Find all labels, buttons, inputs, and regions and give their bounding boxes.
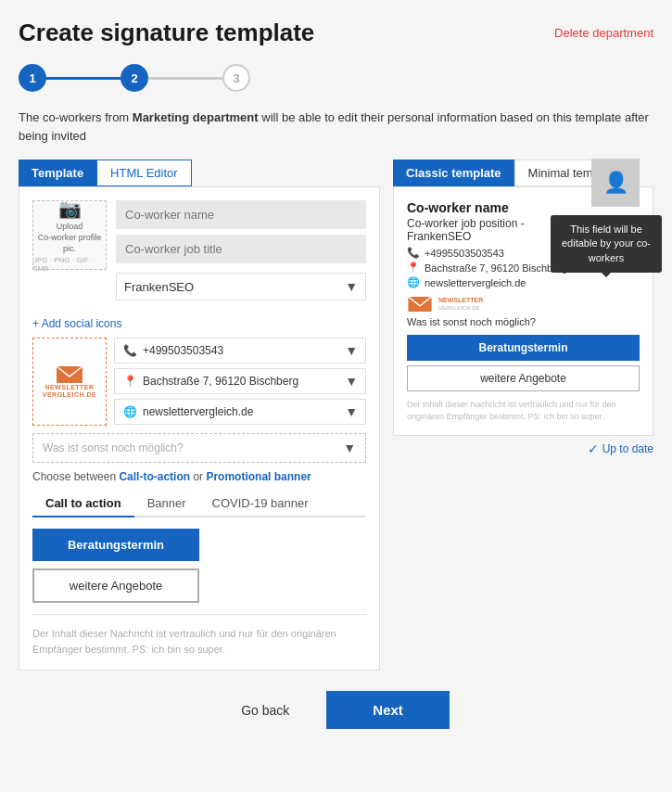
go-back-button[interactable]: Go back bbox=[222, 694, 308, 727]
website-edit-btn[interactable]: ▼ bbox=[345, 404, 358, 419]
tagline-text: Was ist sonst noch möglich? bbox=[43, 441, 337, 454]
check-icon: ✓ bbox=[588, 441, 599, 456]
upload-icon: 📷 bbox=[58, 198, 82, 220]
sub-tab-banner[interactable]: Banner bbox=[134, 491, 199, 517]
main-area: Template HTML Editor 📷 UploadCo-worker p… bbox=[19, 160, 653, 671]
preview-nl-row: NEWSLETTERVERGLEICH.DE bbox=[407, 296, 640, 313]
address-row: 📍 Bachstraße 7, 96120 Bischberg ▼ bbox=[114, 368, 366, 394]
newsletter-logo-box[interactable]: NEWSLETTERVERGLEICH.DE bbox=[32, 338, 107, 426]
footer-bar: Go back Next bbox=[19, 691, 653, 738]
divider bbox=[32, 614, 366, 615]
cta-info-cta: Call-to-action bbox=[119, 470, 190, 483]
company-row: FrankenSEO ▼ bbox=[116, 273, 366, 300]
tagline-edit-btn[interactable]: ▼ bbox=[343, 441, 356, 455]
company-name: FrankenSEO bbox=[124, 280, 345, 294]
address-icon: 📍 bbox=[122, 375, 137, 388]
left-panel: Template HTML Editor 📷 UploadCo-worker p… bbox=[19, 160, 380, 671]
editor-card: 📷 UploadCo-worker profile pic. JPG · PNG… bbox=[19, 186, 380, 671]
left-tab-bar: Template HTML Editor bbox=[19, 160, 380, 186]
description-prefix: The co-workers from bbox=[19, 110, 133, 124]
tab-template[interactable]: Template bbox=[19, 160, 96, 186]
newsletter-logo: NEWSLETTERVERGLEICH.DE bbox=[43, 365, 97, 398]
sub-tab-covid[interactable]: COVID-19 banner bbox=[199, 491, 322, 517]
preview-phone-icon: 📞 bbox=[407, 247, 420, 259]
upload-box[interactable]: 📷 UploadCo-worker profile pic. JPG · PNG… bbox=[32, 200, 107, 270]
phone-value: +499503503543 bbox=[143, 344, 339, 357]
preview-website-icon: 🌐 bbox=[407, 276, 420, 288]
preview-envelope-icon bbox=[407, 296, 433, 313]
envelope-icon bbox=[56, 365, 83, 384]
sub-tab-bar: Call to action Banner COVID-19 banner bbox=[32, 491, 366, 517]
website-value: newslettervergleich.de bbox=[143, 405, 339, 418]
avatar-icon: 👤 bbox=[603, 171, 628, 195]
phone-edit-btn[interactable]: ▼ bbox=[345, 343, 358, 358]
step-1[interactable]: 1 bbox=[19, 64, 46, 92]
step-2[interactable]: 2 bbox=[120, 64, 148, 92]
department-name: Marketing department bbox=[133, 110, 259, 124]
step-line-1 bbox=[46, 77, 120, 80]
sub-tab-cta[interactable]: Call to action bbox=[32, 491, 134, 517]
preview-website: newslettervergleich.de bbox=[425, 277, 526, 288]
right-panel: Classic template Minimal template This f… bbox=[393, 160, 653, 456]
preview-address-icon: 📍 bbox=[407, 262, 420, 274]
company-edit-btn[interactable]: ▼ bbox=[345, 279, 358, 294]
header-row: Create signature template Delete departm… bbox=[19, 19, 653, 47]
preview-nl-text: NEWSLETTERVERGLEICH.DE bbox=[438, 297, 483, 311]
coworker-job-input[interactable] bbox=[116, 235, 366, 263]
tagline-row[interactable]: Was ist sonst noch möglich? ▼ bbox=[32, 433, 366, 463]
preview-disclaimer: Der Inhalt dieser Nachricht ist vertraul… bbox=[407, 399, 640, 422]
name-fields: FrankenSEO ▼ bbox=[116, 200, 366, 300]
coworker-name-input[interactable] bbox=[116, 200, 366, 229]
cta-info-prefix: Choose between bbox=[32, 470, 119, 483]
cta-info-banner: Promotional banner bbox=[206, 470, 311, 483]
phone-row: 📞 +499503503543 ▼ bbox=[114, 338, 366, 364]
website-icon: 🌐 bbox=[122, 405, 137, 418]
preview-tagline: Was ist sonst noch möglich? bbox=[407, 316, 640, 327]
cta-outline-btn[interactable]: weitere Angebote bbox=[32, 568, 199, 603]
step-line-2 bbox=[148, 77, 222, 80]
tooltip: This field will be editable by your co-w… bbox=[551, 215, 662, 273]
description: The co-workers from Marketing department… bbox=[19, 109, 653, 145]
page-wrapper: Create signature template Delete departm… bbox=[0, 0, 672, 792]
preview-avatar: 👤 bbox=[591, 159, 640, 207]
upload-row: 📷 UploadCo-worker profile pic. JPG · PNG… bbox=[32, 200, 366, 300]
disclaimer-text: Der Inhalt dieser Nachricht ist vertraul… bbox=[32, 626, 366, 657]
cta-info-middle: or bbox=[190, 470, 206, 483]
newsletter-contact-row: NEWSLETTERVERGLEICH.DE 📞 +499503503543 ▼… bbox=[32, 338, 366, 426]
phone-icon: 📞 bbox=[122, 344, 137, 357]
preview-card: This field will be editable by your co-w… bbox=[393, 186, 653, 436]
cta-info: Choose between Call-to-action or Promoti… bbox=[32, 470, 366, 483]
preview-blue-btn[interactable]: Beratungstermin bbox=[407, 335, 640, 361]
delete-department-link[interactable]: Delete department bbox=[554, 26, 653, 40]
contact-fields: 📞 +499503503543 ▼ 📍 Bachstraße 7, 96120 … bbox=[114, 338, 366, 425]
up-to-date: ✓ Up to date bbox=[393, 441, 653, 456]
cta-blue-btn[interactable]: Beratungstermin bbox=[32, 529, 199, 561]
preview-phone: +4995503503543 bbox=[425, 248, 504, 259]
newsletter-text: NEWSLETTERVERGLEICH.DE bbox=[43, 384, 97, 398]
website-row: 🌐 newslettervergleich.de ▼ bbox=[114, 399, 366, 425]
stepper: 1 2 3 bbox=[19, 64, 653, 92]
tab-html-editor[interactable]: HTML Editor bbox=[96, 160, 191, 186]
add-social-btn[interactable]: + Add social icons bbox=[32, 317, 121, 330]
preview-tab-classic[interactable]: Classic template bbox=[393, 160, 514, 186]
up-to-date-label: Up to date bbox=[602, 442, 653, 455]
address-edit-btn[interactable]: ▼ bbox=[345, 374, 358, 389]
preview-outline-btn[interactable]: weitere Angebote bbox=[407, 365, 640, 391]
step-3[interactable]: 3 bbox=[222, 64, 250, 92]
upload-label: UploadCo-worker profile pic. bbox=[33, 222, 106, 254]
upload-formats: JPG · PNG · GIF · 5MB bbox=[33, 256, 106, 273]
preview-address: Bachstraße 7, 96120 Bischberg bbox=[425, 262, 567, 274]
next-button[interactable]: Next bbox=[326, 691, 450, 729]
address-value: Bachstraße 7, 96120 Bischberg bbox=[143, 375, 339, 388]
page-title: Create signature template bbox=[19, 19, 314, 47]
